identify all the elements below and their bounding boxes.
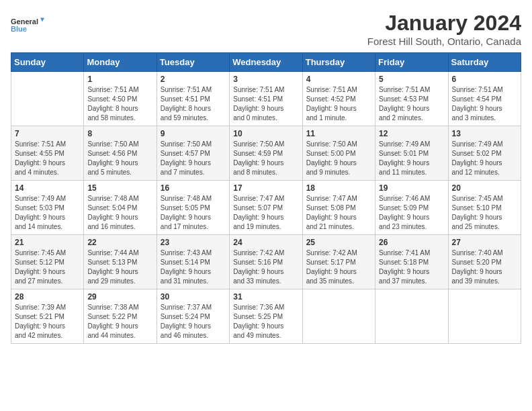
day-detail: Sunrise: 7:39 AMSunset: 5:21 PMDaylight:… [15, 303, 80, 340]
cal-cell-w3-d2: 23Sunrise: 7:43 AMSunset: 5:14 PMDayligh… [157, 235, 229, 289]
day-number: 9 [161, 129, 226, 138]
cal-cell-w4-d5 [375, 289, 448, 344]
day-number: 31 [233, 292, 298, 302]
cal-cell-w2-d3: 17Sunrise: 7:47 AMSunset: 5:07 PMDayligh… [230, 181, 302, 235]
day-detail: Sunrise: 7:51 AMSunset: 4:51 PMDaylight:… [161, 85, 226, 123]
day-detail: Sunrise: 7:51 AMSunset: 4:53 PMDaylight:… [379, 85, 444, 123]
day-number: 23 [161, 238, 226, 247]
day-detail: Sunrise: 7:45 AMSunset: 5:12 PMDaylight:… [15, 248, 80, 286]
cal-cell-w1-d6: 13Sunrise: 7:49 AMSunset: 5:02 PMDayligh… [448, 126, 521, 181]
day-detail: Sunrise: 7:40 AMSunset: 5:20 PMDaylight:… [452, 248, 517, 286]
cal-cell-w3-d6: 27Sunrise: 7:40 AMSunset: 5:20 PMDayligh… [448, 235, 521, 289]
header-thursday: Thursday [302, 53, 375, 72]
day-detail: Sunrise: 7:36 AMSunset: 5:25 PMDaylight:… [233, 303, 298, 340]
day-detail: Sunrise: 7:48 AMSunset: 5:04 PMDaylight:… [87, 194, 152, 232]
day-detail: Sunrise: 7:47 AMSunset: 5:07 PMDaylight:… [233, 194, 298, 232]
cal-cell-w2-d0: 14Sunrise: 7:49 AMSunset: 5:03 PMDayligh… [11, 181, 84, 235]
day-number: 30 [161, 292, 226, 302]
cal-cell-w3-d3: 24Sunrise: 7:42 AMSunset: 5:16 PMDayligh… [230, 235, 302, 289]
cal-cell-w2-d5: 19Sunrise: 7:46 AMSunset: 5:09 PMDayligh… [375, 181, 448, 235]
cal-cell-w0-d6: 6Sunrise: 7:51 AMSunset: 4:54 PMDaylight… [448, 72, 521, 126]
cal-cell-w4-d3: 31Sunrise: 7:36 AMSunset: 5:25 PMDayligh… [230, 289, 302, 344]
day-number: 6 [452, 75, 517, 84]
day-number: 7 [15, 129, 80, 138]
cal-cell-w1-d0: 7Sunrise: 7:51 AMSunset: 4:55 PMDaylight… [11, 126, 84, 181]
day-detail: Sunrise: 7:51 AMSunset: 4:50 PMDaylight:… [87, 85, 152, 123]
header-friday: Friday [375, 53, 448, 72]
day-number: 1 [87, 75, 152, 84]
header-saturday: Saturday [448, 53, 521, 72]
cal-cell-w2-d2: 16Sunrise: 7:48 AMSunset: 5:05 PMDayligh… [157, 181, 229, 235]
day-detail: Sunrise: 7:49 AMSunset: 5:03 PMDaylight:… [15, 194, 80, 232]
svg-marker-2 [40, 18, 44, 22]
calendar-table: SundayMondayTuesdayWednesdayThursdayFrid… [11, 52, 521, 344]
day-number: 22 [87, 238, 152, 247]
day-number: 2 [161, 75, 226, 84]
svg-text:General: General [11, 17, 38, 26]
day-number: 20 [452, 183, 517, 193]
cal-cell-w4-d1: 29Sunrise: 7:38 AMSunset: 5:22 PMDayligh… [84, 289, 157, 344]
day-number: 24 [233, 238, 298, 247]
title-block: January 2024 Forest Hill South, Ontario,… [367, 11, 521, 47]
header-tuesday: Tuesday [157, 53, 229, 72]
day-detail: Sunrise: 7:49 AMSunset: 5:02 PMDaylight:… [452, 140, 517, 177]
cal-cell-w0-d2: 2Sunrise: 7:51 AMSunset: 4:51 PMDaylight… [157, 72, 229, 126]
cal-cell-w1-d3: 10Sunrise: 7:50 AMSunset: 4:59 PMDayligh… [230, 126, 302, 181]
day-number: 16 [161, 183, 226, 193]
day-number: 29 [87, 292, 152, 302]
cal-cell-w0-d0 [11, 72, 84, 126]
day-detail: Sunrise: 7:47 AMSunset: 5:08 PMDaylight:… [306, 194, 371, 232]
cal-cell-w4-d4 [302, 289, 375, 344]
day-detail: Sunrise: 7:42 AMSunset: 5:17 PMDaylight:… [306, 248, 371, 286]
cal-cell-w0-d3: 3Sunrise: 7:51 AMSunset: 4:51 PMDaylight… [230, 72, 302, 126]
page-header: General Blue January 2024 Forest Hill So… [11, 11, 521, 47]
cal-cell-w1-d5: 12Sunrise: 7:49 AMSunset: 5:01 PMDayligh… [375, 126, 448, 181]
day-number: 3 [233, 75, 298, 84]
day-detail: Sunrise: 7:48 AMSunset: 5:05 PMDaylight:… [161, 194, 226, 232]
day-number: 12 [379, 129, 444, 138]
day-detail: Sunrise: 7:51 AMSunset: 4:52 PMDaylight:… [306, 85, 371, 123]
cal-cell-w4-d2: 30Sunrise: 7:37 AMSunset: 5:24 PMDayligh… [157, 289, 229, 344]
cal-cell-w0-d5: 5Sunrise: 7:51 AMSunset: 4:53 PMDaylight… [375, 72, 448, 126]
cal-cell-w3-d1: 22Sunrise: 7:44 AMSunset: 5:13 PMDayligh… [84, 235, 157, 289]
day-number: 18 [306, 183, 371, 193]
day-number: 21 [15, 238, 80, 247]
day-detail: Sunrise: 7:46 AMSunset: 5:09 PMDaylight:… [379, 194, 444, 232]
day-detail: Sunrise: 7:51 AMSunset: 4:55 PMDaylight:… [15, 140, 80, 177]
day-detail: Sunrise: 7:51 AMSunset: 4:51 PMDaylight:… [233, 85, 298, 123]
day-number: 19 [379, 183, 444, 193]
day-number: 27 [452, 238, 517, 247]
cal-cell-w0-d4: 4Sunrise: 7:51 AMSunset: 4:52 PMDaylight… [302, 72, 375, 126]
day-number: 8 [87, 129, 152, 138]
logo: General Blue [11, 11, 44, 39]
cal-cell-w4-d6 [448, 289, 521, 344]
header-monday: Monday [84, 53, 157, 72]
day-detail: Sunrise: 7:37 AMSunset: 5:24 PMDaylight:… [161, 303, 226, 340]
day-number: 10 [233, 129, 298, 138]
cal-cell-w3-d5: 26Sunrise: 7:41 AMSunset: 5:18 PMDayligh… [375, 235, 448, 289]
day-detail: Sunrise: 7:51 AMSunset: 4:54 PMDaylight:… [452, 85, 517, 123]
calendar-subtitle: Forest Hill South, Ontario, Canada [367, 36, 521, 47]
day-detail: Sunrise: 7:50 AMSunset: 4:59 PMDaylight:… [233, 140, 298, 177]
day-number: 4 [306, 75, 371, 84]
cal-cell-w3-d0: 21Sunrise: 7:45 AMSunset: 5:12 PMDayligh… [11, 235, 84, 289]
cal-cell-w1-d2: 9Sunrise: 7:50 AMSunset: 4:57 PMDaylight… [157, 126, 229, 181]
cal-cell-w1-d4: 11Sunrise: 7:50 AMSunset: 5:00 PMDayligh… [302, 126, 375, 181]
day-number: 25 [306, 238, 371, 247]
header-sunday: Sunday [11, 53, 84, 72]
day-number: 5 [379, 75, 444, 84]
day-detail: Sunrise: 7:44 AMSunset: 5:13 PMDaylight:… [87, 248, 152, 286]
day-detail: Sunrise: 7:42 AMSunset: 5:16 PMDaylight:… [233, 248, 298, 286]
day-number: 17 [233, 183, 298, 193]
day-detail: Sunrise: 7:43 AMSunset: 5:14 PMDaylight:… [161, 248, 226, 286]
day-detail: Sunrise: 7:38 AMSunset: 5:22 PMDaylight:… [87, 303, 152, 340]
day-detail: Sunrise: 7:50 AMSunset: 4:56 PMDaylight:… [87, 140, 152, 177]
day-number: 28 [15, 292, 80, 302]
cal-cell-w0-d1: 1Sunrise: 7:51 AMSunset: 4:50 PMDaylight… [84, 72, 157, 126]
day-detail: Sunrise: 7:49 AMSunset: 5:01 PMDaylight:… [379, 140, 444, 177]
day-number: 11 [306, 129, 371, 138]
calendar-title: January 2024 [367, 11, 521, 36]
day-number: 13 [452, 129, 517, 138]
cal-cell-w4-d0: 28Sunrise: 7:39 AMSunset: 5:21 PMDayligh… [11, 289, 84, 344]
cal-cell-w1-d1: 8Sunrise: 7:50 AMSunset: 4:56 PMDaylight… [84, 126, 157, 181]
